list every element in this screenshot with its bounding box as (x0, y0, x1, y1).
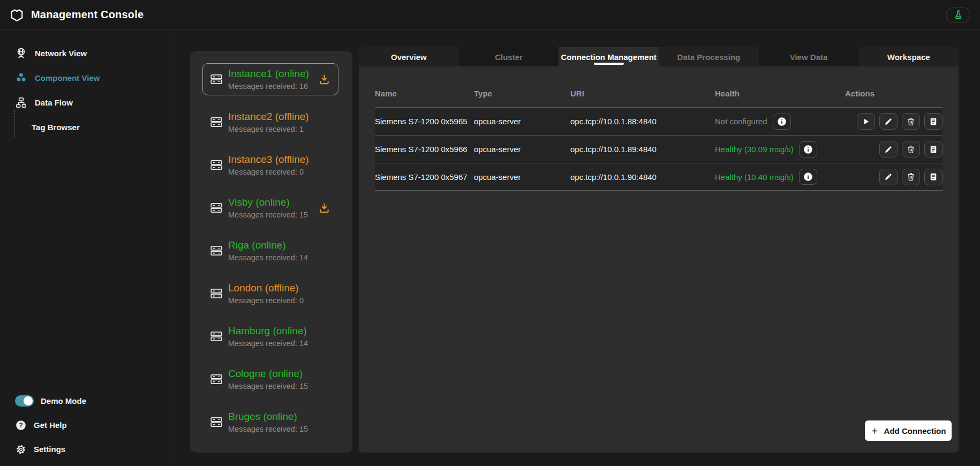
instance-messages: Messages received: 1 (228, 125, 309, 133)
tab-data-processing[interactable]: Data Processing (659, 47, 759, 66)
sidebar-item-label: Tag Browser (32, 123, 80, 132)
info-icon (777, 116, 787, 127)
tab-cluster[interactable]: Cluster (459, 47, 559, 66)
server-icon (209, 115, 223, 129)
app-title: Management Console (31, 9, 144, 21)
settings-label: Settings (34, 445, 65, 454)
main-panel: Overview Cluster Connection Management D… (359, 47, 959, 453)
add-connection-label: Add Connection (884, 426, 946, 435)
instance-item[interactable]: Bruges (online) Messages received: 15 (202, 406, 338, 438)
tab-bar: Overview Cluster Connection Management D… (359, 47, 959, 66)
table-row: Siemens S7-1200 0x5965 opcua-server opc.… (375, 107, 943, 135)
server-icon (209, 372, 223, 386)
instance-messages: Messages received: 16 (228, 82, 309, 91)
instance-messages: Messages received: 14 (228, 339, 308, 348)
instance-item[interactable]: Hamburg (online) Messages received: 14 (202, 320, 338, 352)
column-header-health: Health (715, 89, 845, 98)
svg-text:?: ? (19, 422, 23, 429)
tab-view-data[interactable]: View Data (759, 47, 859, 66)
demo-mode-toggle[interactable] (15, 395, 34, 407)
hexagon-logo-icon (10, 7, 24, 22)
instance-item[interactable]: Cologne (online) Messages received: 15 (202, 363, 338, 395)
instance-name: Instance1 (online) (228, 68, 309, 80)
sidebar-item-component-view[interactable]: Component View (0, 65, 170, 90)
instance-name: London (offline) (228, 282, 304, 294)
components-icon (15, 72, 27, 84)
info-icon (803, 144, 813, 155)
info-button[interactable] (799, 169, 817, 185)
tab-label: Cluster (495, 52, 523, 62)
delete-button[interactable] (902, 141, 920, 157)
logs-button[interactable] (924, 113, 943, 130)
column-header-name: Name (375, 89, 474, 98)
column-header-actions: Actions (845, 89, 943, 98)
instance-name: Instance2 (offline) (228, 111, 309, 123)
edit-button[interactable] (879, 141, 898, 157)
add-connection-button[interactable]: Add Connection (865, 420, 952, 441)
plus-icon (871, 427, 879, 435)
cell-uri: opc.tcp://10.0.1.89:4840 (570, 145, 715, 154)
column-header-type: Type (474, 89, 570, 98)
actions-cell (845, 141, 943, 157)
instance-item[interactable]: Visby (online) Messages received: 15 (202, 192, 338, 224)
tab-workspace[interactable]: Workspace (858, 47, 959, 66)
info-button[interactable] (773, 114, 791, 130)
cell-uri: opc.tcp://10.0.1.88:4840 (570, 117, 715, 126)
table-header-row: Name Type URI Health Actions (375, 79, 943, 107)
instance-item[interactable]: Instance1 (online) Messages received: 16 (202, 63, 338, 95)
instance-name: Cologne (online) (228, 368, 308, 380)
info-button[interactable] (799, 141, 817, 157)
actions-cell (845, 113, 943, 130)
sidebar-item-tag-browser[interactable]: Tag Browser (0, 115, 170, 139)
connections-table: Name Type URI Health Actions Siemens S7-… (375, 79, 943, 191)
tab-overview[interactable]: Overview (359, 47, 459, 66)
instance-name: Visby (online) (228, 197, 308, 208)
instance-item[interactable]: Instance2 (offline) Messages received: 1 (202, 106, 338, 138)
edit-button[interactable] (879, 169, 898, 185)
instance-list-panel: Instance1 (online) Messages received: 16… (190, 51, 352, 453)
instance-messages: Messages received: 15 (228, 425, 308, 433)
demo-flask-button[interactable] (946, 7, 970, 23)
sidebar-item-label: Data Flow (35, 98, 73, 107)
tab-label: Workspace (887, 52, 930, 62)
server-icon (209, 244, 223, 258)
edit-button[interactable] (879, 113, 898, 130)
table-body: Siemens S7-1200 0x5965 opcua-server opc.… (375, 107, 943, 191)
server-icon (209, 201, 223, 215)
help-circle-icon: ? (15, 419, 27, 431)
server-icon (209, 287, 223, 300)
sidebar-item-data-flow[interactable]: Data Flow (0, 90, 170, 115)
column-header-uri: URI (570, 89, 715, 98)
globe-network-icon (15, 47, 27, 59)
demo-mode-row: Demo Mode (0, 389, 170, 413)
instance-messages: Messages received: 14 (228, 253, 308, 262)
instance-item[interactable]: Riga (online) Messages received: 14 (202, 235, 338, 267)
instance-item[interactable]: London (offline) Messages received: 0 (202, 277, 338, 310)
cell-health: Not configured (715, 114, 845, 130)
logs-button[interactable] (924, 141, 943, 157)
sidebar-item-label: Component View (35, 73, 100, 82)
get-help-button[interactable]: ? Get Help (0, 413, 170, 437)
download-icon[interactable] (318, 202, 330, 214)
cell-health: Healthy (30.09 msg/s) (715, 141, 845, 157)
server-icon (209, 329, 223, 343)
settings-button[interactable]: Settings (0, 437, 170, 461)
data-flow-icon (15, 96, 27, 109)
tab-connection-management[interactable]: Connection Management (559, 47, 659, 66)
tab-label: View Data (790, 52, 828, 62)
start-button[interactable] (857, 113, 875, 130)
download-icon[interactable] (318, 73, 330, 86)
instance-messages: Messages received: 0 (228, 168, 309, 176)
logs-button[interactable] (924, 169, 943, 185)
actions-cell (845, 169, 943, 185)
instance-messages: Messages received: 0 (228, 296, 304, 305)
sidebar-item-network-view[interactable]: Network View (0, 41, 170, 65)
delete-button[interactable] (902, 169, 920, 185)
instance-item[interactable]: Instance3 (offline) Messages received: 0 (202, 149, 338, 181)
cell-name: Siemens S7-1200 0x5966 (375, 145, 474, 154)
sidebar-item-label: Network View (35, 49, 87, 58)
server-icon (209, 72, 223, 86)
delete-button[interactable] (902, 113, 920, 130)
top-bar: Management Console (0, 0, 980, 30)
health-text: Healthy (30.09 msg/s) (715, 145, 794, 154)
